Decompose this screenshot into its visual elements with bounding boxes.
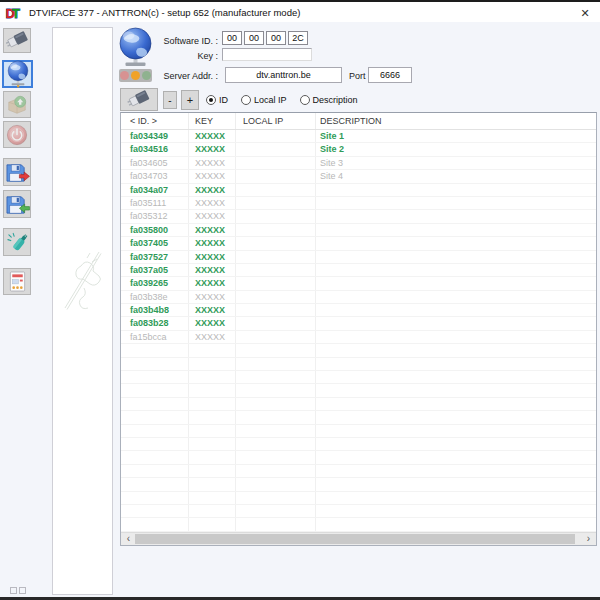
cell-local-ip: [236, 492, 316, 504]
table-row[interactable]: fa034703 XXXXX Site 4: [121, 170, 596, 183]
cell-local-ip: [236, 518, 316, 530]
device-table: < ID. > KEY LOCAL IP DESCRIPTION fa03434…: [120, 112, 597, 546]
cell-description: [316, 371, 596, 383]
software-id-byte[interactable]: 00: [266, 31, 286, 45]
cell-id: fa039265: [121, 277, 189, 289]
close-button[interactable]: ✕: [576, 5, 594, 21]
column-header-description[interactable]: DESCRIPTION: [316, 113, 596, 129]
cell-key: XXXXX: [189, 277, 236, 289]
usb-plug-icon: [127, 90, 151, 109]
radio-id[interactable]: ID: [206, 95, 228, 105]
svg-text:T: T: [12, 5, 20, 20]
radio-label: Local IP: [254, 95, 287, 105]
table-row[interactable]: fa034349 XXXXX Site 1: [121, 130, 596, 143]
sidebar-button-power[interactable]: [3, 121, 31, 148]
small-square: [10, 587, 17, 594]
window-title: DTVIFACE 377 - ANTTRON(c) - setup 652 (m…: [29, 7, 300, 18]
cell-description: [316, 478, 596, 490]
table-row[interactable]: fa083b28 XXXXX: [121, 317, 596, 330]
cell-id: fa034349: [121, 130, 189, 142]
software-id-byte[interactable]: 00: [244, 31, 264, 45]
cell-local-ip: [236, 184, 316, 196]
radio-local-ip[interactable]: Local IP: [241, 95, 287, 105]
cell-id: [121, 478, 189, 490]
table-row: [121, 371, 596, 384]
cell-local-ip: [236, 478, 316, 490]
cell-local-ip: [236, 251, 316, 263]
table-row[interactable]: fa034605 XXXXX Site 3: [121, 157, 596, 170]
table-row: [121, 398, 596, 411]
table-row[interactable]: fa034a07 XXXXX: [121, 184, 596, 197]
remove-entry-button[interactable]: -: [163, 91, 177, 109]
program-plug-icon: [6, 231, 29, 254]
cell-key: [189, 505, 236, 517]
radio-description[interactable]: Description: [300, 95, 358, 105]
sidebar-button-save-export[interactable]: [3, 158, 31, 186]
radio-circle-icon[interactable]: [300, 95, 310, 105]
table-row[interactable]: fa15bcca XXXXX: [121, 331, 596, 344]
table-row[interactable]: fa03b4b8 XXXXX: [121, 304, 596, 317]
table-row[interactable]: fa034516 XXXXX Site 2: [121, 143, 596, 156]
cell-id: [121, 518, 189, 530]
scroll-right-icon[interactable]: ›: [582, 533, 595, 545]
table-row: [121, 358, 596, 371]
table-row[interactable]: fa039265 XXXXX: [121, 277, 596, 290]
cell-local-ip: [236, 143, 316, 155]
table-row[interactable]: fa035800 XXXXX: [121, 224, 596, 237]
sidebar-button-network[interactable]: [2, 60, 33, 88]
column-header-local-ip[interactable]: LOCAL IP: [236, 113, 316, 129]
cell-description: [316, 277, 596, 289]
scrollbar-thumb[interactable]: [135, 534, 575, 544]
network-globe-icon: [6, 60, 30, 88]
table-row: [121, 425, 596, 438]
cell-id: [121, 371, 189, 383]
add-entry-button[interactable]: +: [181, 90, 199, 110]
sidebar-button-device-settings[interactable]: [3, 268, 31, 295]
radio-circle-icon[interactable]: [206, 95, 216, 105]
scroll-left-icon[interactable]: ‹: [122, 533, 135, 545]
cell-id: [121, 425, 189, 437]
sidebar-button-load-import[interactable]: [3, 190, 31, 218]
cell-local-ip: [236, 331, 316, 343]
search-mode-radio-group: IDLocal IPDescription: [206, 94, 371, 106]
software-id-boxes: 0000002C: [222, 31, 308, 45]
cell-id: fa15bcca: [121, 331, 189, 343]
column-header-key[interactable]: KEY: [189, 113, 236, 129]
sidebar-button-usb-connect[interactable]: [3, 28, 31, 53]
floppy-export-icon: [4, 161, 30, 184]
key-field[interactable]: [222, 48, 312, 61]
connect-button[interactable]: [120, 88, 158, 111]
table-row: [121, 411, 596, 424]
sidebar-button-upload[interactable]: [3, 91, 31, 118]
cell-description: [316, 398, 596, 410]
table-row[interactable]: fa035111 XXXXX: [121, 197, 596, 210]
horizontal-scrollbar[interactable]: ‹ ›: [121, 532, 596, 545]
key-label: Key :: [115, 51, 218, 61]
table-row[interactable]: fa035312 XXXXX: [121, 210, 596, 223]
table-row[interactable]: fa037405 XXXXX: [121, 237, 596, 250]
cell-local-ip: [236, 344, 316, 356]
cell-description: [316, 291, 596, 303]
software-id-byte[interactable]: 00: [222, 31, 242, 45]
table-body: fa034349 XXXXX Site 1 fa034516 XXXXX Sit…: [121, 130, 596, 534]
table-row[interactable]: fa03b38e XXXXX: [121, 291, 596, 304]
port-field[interactable]: 6666: [368, 67, 412, 83]
table-row[interactable]: fa037527 XXXXX: [121, 251, 596, 264]
cell-id: fa034605: [121, 157, 189, 169]
cell-description: [316, 344, 596, 356]
cell-id: fa037527: [121, 251, 189, 263]
sidebar-button-program[interactable]: [3, 228, 31, 256]
column-header-id[interactable]: < ID. >: [121, 113, 189, 129]
software-id-byte[interactable]: 2C: [288, 31, 308, 45]
cell-id: [121, 465, 189, 477]
table-row[interactable]: fa037a05 XXXXX: [121, 264, 596, 277]
cell-key: XXXXX: [189, 331, 236, 343]
cell-local-ip: [236, 210, 316, 222]
cell-local-ip: [236, 264, 316, 276]
cell-local-ip: [236, 384, 316, 396]
cell-key: [189, 398, 236, 410]
cell-description: [316, 492, 596, 504]
radio-circle-icon[interactable]: [241, 95, 251, 105]
cell-local-ip: [236, 291, 316, 303]
server-address-field[interactable]: dtv.anttron.be: [225, 67, 342, 83]
